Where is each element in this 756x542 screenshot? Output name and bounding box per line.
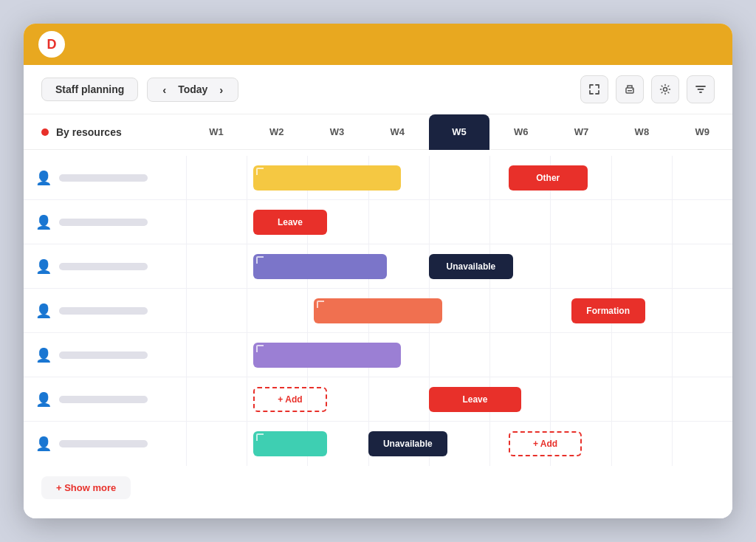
person-icon-4: 👤 — [35, 303, 52, 319]
gantt-row-4: 👤 Formation — [24, 289, 732, 333]
toolbar-right — [580, 75, 715, 103]
cell-6-w8 — [611, 377, 672, 421]
cell-2-w8 — [611, 200, 672, 244]
today-nav-button[interactable]: ‹ Today › — [147, 78, 238, 102]
cell-6-w9 — [672, 377, 732, 421]
bar-label-unavailable-7: Unavailable — [383, 439, 433, 449]
bar-corner-3 — [256, 256, 264, 264]
cell-6-w7 — [550, 377, 611, 421]
cell-2-w7 — [550, 200, 611, 244]
person-icon-5: 👤 — [35, 347, 52, 363]
settings-button[interactable] — [651, 75, 679, 103]
row-cells-4: Formation — [186, 289, 732, 332]
expand-icon — [588, 83, 600, 95]
person-icon-1: 👤 — [35, 170, 52, 186]
cell-2-w1 — [186, 200, 247, 244]
cell-7-w8 — [611, 422, 672, 466]
svg-rect-1 — [628, 90, 632, 92]
gantt-rows: 👤 Other 👤 — [24, 150, 732, 466]
week-col-w5-active: W5 — [429, 114, 489, 150]
week-headers: W1 W2 W3 W4 W5 W6 W7 W8 W9 — [186, 114, 732, 150]
name-placeholder-7 — [59, 440, 148, 447]
svg-point-2 — [632, 89, 633, 90]
gantt-header: By resources W1 W2 W3 W4 W5 W6 W7 W8 W9 — [24, 114, 732, 150]
row-label-7: 👤 — [24, 436, 186, 452]
week-col-w3: W3 — [307, 114, 368, 150]
cell-5-w5 — [429, 333, 489, 377]
gantt-row-7: 👤 Unavailable + Add — [24, 422, 732, 466]
cell-3-w1 — [186, 244, 247, 288]
cell-1-w5 — [429, 156, 489, 199]
row-label-3: 👤 — [24, 258, 186, 275]
cell-5-w7 — [550, 333, 611, 377]
top-bar: D — [24, 24, 732, 65]
filter-button[interactable] — [687, 75, 715, 103]
bar-row2-leave[interactable]: Leave — [253, 210, 327, 235]
row-cells-1: Other — [186, 156, 732, 199]
week-col-w4: W4 — [367, 114, 427, 150]
gantt-row-1: 👤 Other — [24, 156, 732, 200]
bar-row3-unavailable[interactable]: Unavailable — [429, 254, 514, 279]
bar-row6-leave[interactable]: Leave — [429, 387, 522, 412]
bar-row6-add[interactable]: + Add — [253, 387, 327, 412]
cell-5-w1 — [186, 333, 247, 377]
person-icon-7: 👤 — [35, 436, 52, 452]
name-placeholder-4 — [59, 307, 148, 315]
cell-3-w7 — [550, 244, 611, 288]
bar-row4-formation[interactable]: Formation — [571, 298, 645, 323]
toolbar: Staff planning ‹ Today › — [24, 65, 732, 114]
name-placeholder-1 — [59, 174, 148, 182]
gantt-row-5: 👤 — [24, 333, 732, 377]
name-placeholder-3 — [59, 263, 148, 270]
cell-2-w5 — [429, 200, 489, 244]
cell-3-w9 — [672, 244, 732, 288]
bar-label-leave-6: Leave — [462, 394, 487, 405]
bar-row7-add[interactable]: + Add — [509, 431, 583, 456]
cell-7-w9 — [672, 422, 732, 466]
person-icon-2: 👤 — [35, 214, 52, 230]
row-cells-7: Unavailable + Add — [186, 422, 732, 466]
cell-3-w8 — [611, 244, 672, 288]
bar-row1-other[interactable]: Other — [509, 165, 588, 191]
gantt-row-2: 👤 Leave — [24, 200, 732, 244]
bar-row7-teal[interactable] — [253, 431, 327, 456]
cell-5-w6 — [489, 333, 550, 377]
gantt-row-6: 👤 + Add Leave — [24, 377, 732, 422]
show-more-button[interactable]: + Show more — [41, 476, 131, 499]
bar-label-other: Other — [536, 173, 560, 183]
row-cells-5 — [186, 333, 732, 377]
bar-row1-yellow[interactable] — [253, 165, 401, 191]
cell-4-w9 — [672, 289, 732, 332]
bar-row7-unavailable[interactable]: Unavailable — [368, 431, 447, 456]
row-label-1: 👤 — [24, 170, 186, 186]
person-icon-6: 👤 — [35, 391, 52, 408]
person-icon-3: 👤 — [35, 258, 52, 275]
name-placeholder-2 — [59, 219, 148, 226]
name-placeholder-5 — [59, 351, 148, 359]
app-logo: D — [38, 31, 65, 58]
bar-row4-orange[interactable] — [314, 298, 442, 323]
staff-planning-button[interactable]: Staff planning — [41, 78, 138, 101]
cell-4-w6 — [489, 289, 550, 332]
bar-corner-1 — [256, 168, 264, 175]
bar-row3-purple[interactable] — [253, 254, 387, 279]
week-col-w6: W6 — [491, 114, 551, 150]
cell-7-w1 — [186, 422, 247, 466]
cell-1-w1 — [186, 156, 247, 199]
print-button[interactable] — [616, 75, 644, 103]
bar-label-add-6: + Add — [278, 394, 302, 405]
row-cells-3: Unavailable — [186, 244, 732, 288]
bar-corner-4 — [317, 301, 324, 308]
cell-4-w2 — [247, 289, 307, 332]
bar-corner-5 — [256, 345, 264, 352]
name-placeholder-6 — [59, 396, 148, 403]
expand-button[interactable] — [580, 75, 608, 103]
row-label-6: 👤 — [24, 391, 186, 408]
row-label-5: 👤 — [24, 347, 186, 363]
bar-corner-7 — [256, 433, 264, 441]
row-label-2: 👤 — [24, 214, 186, 230]
bar-label-unavailable-3: Unavailable — [447, 261, 496, 272]
cell-4-w1 — [186, 289, 247, 332]
bar-row5-violet[interactable] — [253, 343, 401, 368]
gear-icon — [659, 83, 671, 95]
